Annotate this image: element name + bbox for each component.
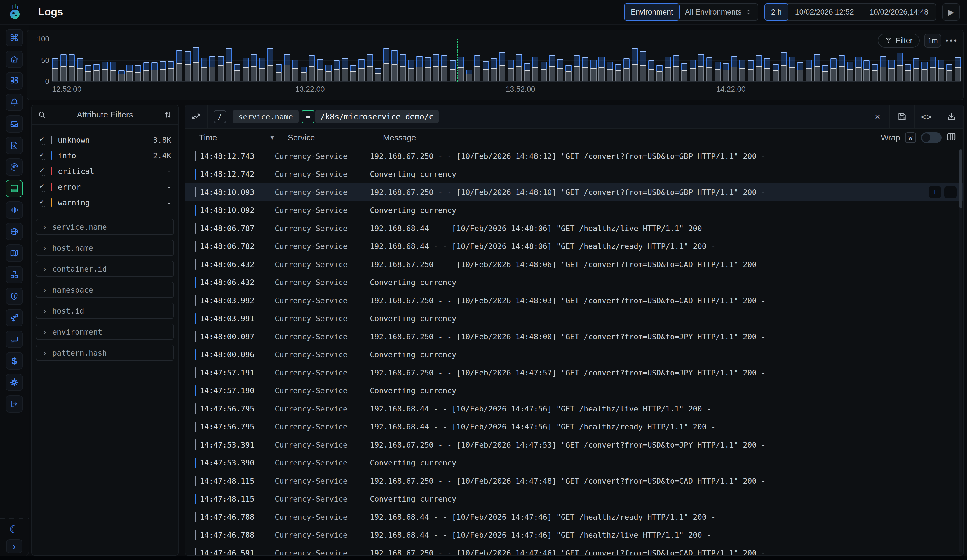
histogram-bar[interactable] (168, 39, 174, 81)
histogram-bar[interactable] (94, 39, 100, 81)
log-row[interactable]: 14:48:03.992 Currency-Service 192.168.67… (185, 292, 964, 310)
sidebar-item-dashboards[interactable] (6, 72, 23, 89)
histogram-bar[interactable] (566, 39, 572, 81)
sidebar-item-metrics[interactable] (6, 201, 23, 219)
attribute-group[interactable]: › host.name (36, 240, 174, 256)
sidebar-item-security[interactable] (6, 288, 23, 305)
histogram-bar[interactable] (838, 39, 845, 81)
sidebar-item-logs[interactable] (6, 180, 23, 197)
histogram-bar[interactable] (201, 39, 207, 81)
checkbox-checked-icon[interactable]: ✓ (39, 135, 45, 145)
sidebar-item-service-map[interactable] (6, 244, 23, 262)
live-play-button[interactable]: ▶ (942, 3, 960, 21)
query-operator-chip[interactable]: = (302, 110, 314, 123)
sidebar-item-integrations[interactable] (6, 266, 23, 283)
histogram-bar[interactable] (698, 39, 704, 81)
histogram-bar[interactable] (243, 39, 249, 81)
log-row[interactable]: 14:47:46.788 Currency-Service 192.168.68… (185, 526, 964, 544)
histogram-bar[interactable] (872, 39, 878, 81)
environment-selector[interactable]: Environment All Environments (624, 3, 758, 21)
attribute-group[interactable]: › namespace (36, 282, 174, 298)
histogram-bar[interactable] (690, 39, 696, 81)
histogram-bar[interactable] (300, 39, 307, 81)
time-range-picker[interactable]: 2 h 10/02/2026,12:52 10/02/2026,14:48 (764, 3, 936, 21)
histogram-bar[interactable] (176, 39, 182, 81)
checkbox-checked-icon[interactable]: ✓ (39, 182, 45, 192)
search-icon[interactable] (38, 111, 46, 119)
histogram-bar[interactable] (259, 39, 265, 81)
dark-mode-icon[interactable]: ☾ (9, 524, 19, 535)
histogram-bar[interactable] (657, 39, 663, 81)
log-row[interactable]: 14:48:00.097 Currency-Service 192.168.67… (185, 328, 964, 346)
histogram-bar[interactable] (135, 39, 141, 81)
histogram-bar[interactable] (292, 39, 298, 81)
sidebar-item-log-search[interactable] (6, 137, 23, 154)
histogram-bar[interactable] (52, 39, 58, 81)
histogram-bar[interactable] (508, 39, 514, 81)
histogram-bar[interactable] (731, 39, 737, 81)
clear-query-button[interactable]: × (865, 105, 889, 128)
column-header-message[interactable]: Message (383, 133, 881, 142)
histogram-bar[interactable] (466, 39, 472, 81)
checkbox-checked-icon[interactable]: ✓ (39, 198, 45, 207)
environment-value[interactable]: All Environments (679, 4, 758, 20)
log-row[interactable]: 14:47:46.788 Currency-Service 192.168.68… (185, 508, 964, 526)
severity-filter-item[interactable]: ✓ critical - (39, 163, 171, 179)
severity-filter-item[interactable]: ✓ warning - (39, 195, 171, 210)
histogram-bar[interactable] (284, 39, 290, 81)
histogram-bar[interactable] (110, 39, 116, 81)
checkbox-checked-icon[interactable]: ✓ (39, 151, 45, 160)
sidebar-item-support-chat[interactable] (6, 331, 23, 348)
histogram-bar[interactable] (648, 39, 655, 81)
histogram-bar[interactable] (218, 39, 224, 81)
scrollbar-thumb[interactable] (959, 149, 962, 208)
histogram-bar[interactable] (847, 39, 853, 81)
log-row[interactable]: 14:48:06.787 Currency-Service 192.168.68… (185, 219, 964, 237)
histogram-bar[interactable] (557, 39, 563, 81)
histogram-bar[interactable] (863, 39, 870, 81)
histogram-bar[interactable] (499, 39, 505, 81)
vertical-scrollbar[interactable] (959, 149, 962, 553)
histogram-bar[interactable] (789, 39, 795, 81)
histogram-bar[interactable] (325, 39, 332, 81)
histogram-bar[interactable] (425, 39, 431, 81)
log-row[interactable]: 14:48:06.432 Currency-Service Converting… (185, 273, 964, 292)
log-row[interactable]: 14:48:10.092 Currency-Service Converting… (185, 201, 964, 219)
histogram-bar[interactable] (408, 39, 414, 81)
filter-for-value-button[interactable]: + (929, 186, 941, 198)
histogram-bar[interactable] (532, 39, 538, 81)
chart-more-button[interactable]: ••• (946, 36, 958, 45)
histogram-bar[interactable] (400, 39, 406, 81)
histogram-bar[interactable] (234, 39, 240, 81)
log-row[interactable]: 14:47:56.795 Currency-Service 192.168.68… (185, 400, 964, 418)
histogram-bar[interactable] (118, 39, 124, 81)
severity-filter-item[interactable]: ✓ info 2.4K (39, 148, 171, 163)
chart-filter-button[interactable]: Filter (878, 34, 920, 48)
checkbox-checked-icon[interactable]: ✓ (39, 166, 45, 176)
histogram-bar[interactable] (383, 39, 389, 81)
histogram-bar[interactable] (756, 39, 762, 81)
histogram-bar[interactable] (632, 39, 638, 81)
histogram-bar[interactable] (143, 39, 149, 81)
histogram-bar[interactable] (416, 39, 422, 81)
log-row[interactable]: 14:48:12.743 Currency-Service 192.168.67… (185, 147, 964, 165)
query-slash-chip[interactable]: / (214, 110, 226, 123)
histogram-bar[interactable] (160, 39, 166, 81)
histogram-bar[interactable] (342, 39, 348, 81)
column-header-service[interactable]: Service (288, 133, 383, 142)
wrap-toggle[interactable] (921, 132, 942, 143)
save-view-button[interactable] (889, 105, 914, 128)
histogram-bar[interactable] (391, 39, 398, 81)
histogram-bar[interactable] (748, 39, 754, 81)
attribute-group[interactable]: › pattern.hash (36, 344, 174, 361)
histogram-bar[interactable] (814, 39, 820, 81)
histogram-bar[interactable] (309, 39, 315, 81)
histogram-bar[interactable] (591, 39, 597, 81)
histogram-bar[interactable] (855, 39, 861, 81)
query-key-chip[interactable]: service.name (233, 110, 299, 123)
histogram-bar[interactable] (358, 39, 365, 81)
sort-arrows-icon[interactable] (164, 111, 172, 119)
histogram-bar[interactable] (433, 39, 439, 81)
sidebar-item-inbox[interactable] (6, 115, 23, 133)
sidebar-item-billing[interactable]: $ (6, 352, 23, 369)
